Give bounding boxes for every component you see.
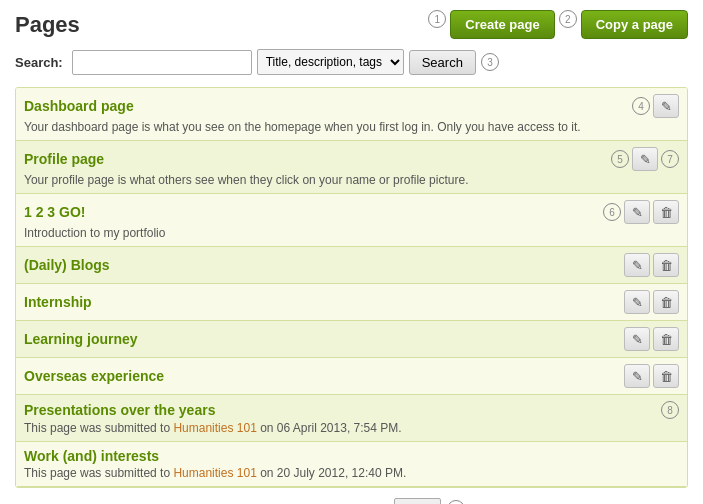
pages-list: Dashboard page 4 ✎ Your dashboard page i… <box>15 87 688 488</box>
edit-button[interactable]: ✎ <box>653 94 679 118</box>
search-input[interactable] <box>72 50 252 75</box>
list-item: 1 2 3 GO! 6 ✎ 🗑 Introduction to my portf… <box>16 194 687 247</box>
edit-button[interactable]: ✎ <box>624 200 650 224</box>
item-header: Profile page 5 ✎ 7 <box>24 147 679 171</box>
create-page-button[interactable]: Create page <box>450 10 554 39</box>
search-bar: Search: Title, description, tags Search … <box>15 49 688 75</box>
item-header: (Daily) Blogs ✎ 🗑 <box>24 253 679 277</box>
badge-8: 8 <box>661 401 679 419</box>
list-item: (Daily) Blogs ✎ 🗑 <box>16 247 687 284</box>
item-actions: ✎ 🗑 <box>624 364 679 388</box>
item-desc: This page was submitted to Humanities 10… <box>24 466 679 480</box>
list-item: Internship ✎ 🗑 <box>16 284 687 321</box>
delete-button[interactable]: 🗑 <box>653 327 679 351</box>
page-item-title[interactable]: Work (and) interests <box>24 448 159 464</box>
list-item: Learning journey ✎ 🗑 <box>16 321 687 358</box>
list-item: Presentations over the years 8 This page… <box>16 395 687 442</box>
delete-button[interactable]: 🗑 <box>653 364 679 388</box>
copy-page-button[interactable]: Copy a page <box>581 10 688 39</box>
item-header: Internship ✎ 🗑 <box>24 290 679 314</box>
edit-button[interactable]: ✎ <box>624 364 650 388</box>
page-item-title[interactable]: (Daily) Blogs <box>24 257 110 273</box>
badge-1: 1 <box>428 10 446 28</box>
list-item: Dashboard page 4 ✎ Your dashboard page i… <box>16 88 687 141</box>
badge-2: 2 <box>559 10 577 28</box>
humanities-link[interactable]: Humanities 101 <box>173 421 256 435</box>
page-item-title[interactable]: 1 2 3 GO! <box>24 204 85 220</box>
item-header: Presentations over the years 8 <box>24 401 679 419</box>
badge-6: 6 <box>603 203 621 221</box>
item-actions: 8 <box>661 401 679 419</box>
search-scope-dropdown[interactable]: Title, description, tags <box>257 49 404 75</box>
item-header: Learning journey ✎ 🗑 <box>24 327 679 351</box>
item-desc: Introduction to my portfolio <box>24 226 679 240</box>
badge-7: 7 <box>661 150 679 168</box>
item-actions: 4 ✎ <box>632 94 679 118</box>
items-per-page-select[interactable]: 20 50 100 <box>394 498 441 504</box>
page-item-title[interactable]: Overseas experience <box>24 368 164 384</box>
list-item: Profile page 5 ✎ 7 Your profile page is … <box>16 141 687 194</box>
page-item-title[interactable]: Learning journey <box>24 331 138 347</box>
page-item-title[interactable]: Presentations over the years <box>24 402 215 418</box>
edit-button[interactable]: ✎ <box>624 253 650 277</box>
page-item-title[interactable]: Internship <box>24 294 92 310</box>
delete-button[interactable]: 🗑 <box>653 200 679 224</box>
item-header: Dashboard page 4 ✎ <box>24 94 679 118</box>
item-desc: This page was submitted to Humanities 10… <box>24 421 679 435</box>
item-actions: ✎ 🗑 <box>624 253 679 277</box>
delete-button[interactable]: 🗑 <box>653 290 679 314</box>
header-right: 1 Create page 2 Copy a page <box>428 10 688 39</box>
item-desc: Your dashboard page is what you see on t… <box>24 120 679 134</box>
badge-9: 9 <box>447 500 465 504</box>
badge-5: 5 <box>611 150 629 168</box>
edit-button[interactable]: ✎ <box>624 290 650 314</box>
delete-button[interactable]: 🗑 <box>653 253 679 277</box>
item-actions: 5 ✎ 7 <box>611 147 679 171</box>
list-item: Overseas experience ✎ 🗑 <box>16 358 687 395</box>
item-actions: 6 ✎ 🗑 <box>603 200 679 224</box>
item-header: Overseas experience ✎ 🗑 <box>24 364 679 388</box>
pagination-bar: Maximum items per page: 20 50 100 9 <box>15 488 688 504</box>
item-header: 1 2 3 GO! 6 ✎ 🗑 <box>24 200 679 224</box>
badge-4: 4 <box>632 97 650 115</box>
list-item: Work (and) interests This page was submi… <box>16 442 687 487</box>
page-item-title[interactable]: Profile page <box>24 151 104 167</box>
search-button[interactable]: Search <box>409 50 476 75</box>
search-label: Search: <box>15 55 63 70</box>
page-item-title[interactable]: Dashboard page <box>24 98 134 114</box>
item-actions: ✎ 🗑 <box>624 290 679 314</box>
humanities-link[interactable]: Humanities 101 <box>173 466 256 480</box>
item-desc: Your profile page is what others see whe… <box>24 173 679 187</box>
item-header: Work (and) interests <box>24 448 679 464</box>
item-actions: ✎ 🗑 <box>624 327 679 351</box>
badge-3: 3 <box>481 53 499 71</box>
edit-button[interactable]: ✎ <box>624 327 650 351</box>
edit-button[interactable]: ✎ <box>632 147 658 171</box>
page-title: Pages <box>15 12 80 38</box>
page-container: Pages 1 Create page 2 Copy a page Search… <box>0 0 703 504</box>
page-header: Pages 1 Create page 2 Copy a page <box>15 10 688 39</box>
